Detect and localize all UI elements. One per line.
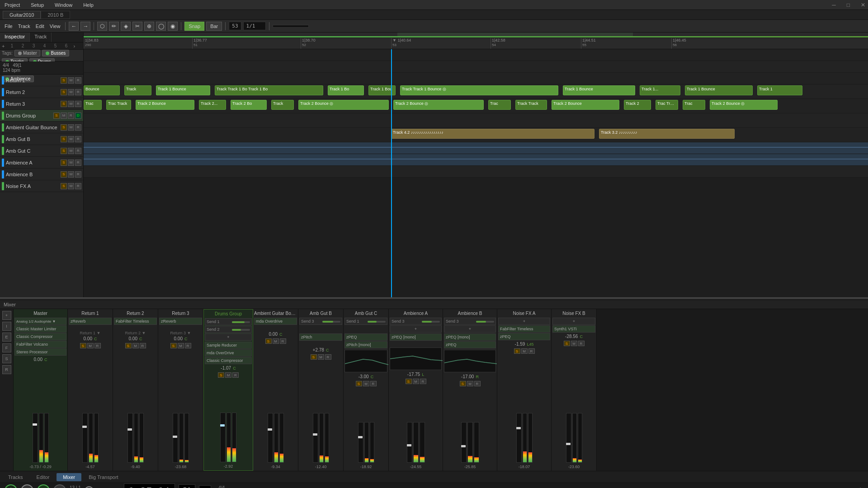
track-r-btn[interactable]: R — [68, 113, 74, 119]
lane-return3[interactable] — [84, 73, 868, 84]
track-d-btn[interactable]: D — [75, 113, 81, 119]
mute-btn[interactable]: M — [178, 343, 184, 348]
clip[interactable]: Track — [271, 100, 294, 110]
clip[interactable]: Trac — [488, 100, 511, 110]
mute-btn[interactable]: M — [273, 338, 279, 344]
track-r-btn[interactable]: R — [75, 171, 81, 178]
undo-button[interactable]: ← — [69, 22, 79, 31]
fader-track[interactable] — [313, 413, 318, 463]
mute-btn[interactable]: M — [318, 354, 324, 360]
track-s-btn[interactable]: S — [61, 160, 67, 166]
track-r-btn[interactable]: R — [75, 124, 81, 131]
toolbar-file[interactable]: File — [3, 23, 14, 30]
rec-btn[interactable]: R — [140, 343, 146, 348]
fader-track[interactable] — [127, 413, 133, 463]
clip[interactable]: Track 2 Bounce — [552, 100, 619, 110]
plugin-slot[interactable]: Stereo Processor — [14, 348, 66, 356]
lane-drums[interactable]: Bounce Track Track 1 Bounce Track Track … — [84, 84, 868, 99]
solo-btn[interactable]: S — [514, 348, 520, 354]
plugin-slot[interactable]: zPEQ [mono] — [444, 333, 496, 341]
plugin-slot[interactable]: FabFilter Timeless — [114, 318, 157, 325]
plugin-slot[interactable]: FabFilter Volcano — [14, 341, 66, 348]
track-m-btn[interactable]: M — [68, 183, 74, 189]
clip[interactable]: Track 1 Bou — [368, 85, 396, 95]
send-slot[interactable]: Send 3 — [299, 318, 342, 325]
mute-btn[interactable]: M — [413, 379, 419, 384]
solo-tool[interactable]: ◉ — [168, 22, 178, 31]
mixer-send-btn[interactable]: S — [2, 354, 11, 363]
plugin-slot[interactable]: zPitch — [299, 333, 342, 341]
track-s-btn[interactable]: S — [61, 101, 67, 107]
track-row-ambience-a[interactable]: Ambience A S M R — [0, 157, 83, 169]
window-minimize-icon[interactable]: ─ — [832, 2, 836, 8]
plugin-slot[interactable]: Analog 1/2 Audiophile ▼ — [14, 318, 66, 325]
clip[interactable]: Track 2 Bounce ◎ — [393, 100, 484, 110]
track-s-btn[interactable]: S — [61, 148, 67, 154]
rec-btn[interactable]: R — [528, 348, 535, 354]
clip[interactable]: Track 4.2 ♪♪♪♪♪♪♪♪♪♪♪♪♪♪♪♪ — [391, 129, 594, 139]
track-s-btn[interactable]: S — [53, 113, 60, 119]
track-m-btn[interactable]: M — [68, 124, 74, 131]
tab-2010b[interactable]: 2010 B — [41, 11, 70, 19]
plugin-slot[interactable]: zPEQ — [344, 333, 387, 341]
send-slot[interactable]: Send 3 — [444, 318, 496, 325]
rec-btn[interactable]: R — [232, 372, 239, 378]
mixer-eq-btn[interactable]: E — [2, 333, 11, 342]
pencil-tool[interactable]: ✏ — [109, 22, 119, 31]
solo-btn[interactable]: S — [406, 379, 412, 384]
track-row-amb-guitar[interactable]: Ambient Guitar Bounce S M R — [0, 122, 83, 133]
solo-btn[interactable]: S — [564, 341, 570, 346]
solo-btn[interactable]: S — [125, 343, 132, 348]
solo-btn[interactable]: S — [311, 354, 317, 360]
track-m-btn[interactable]: M — [61, 113, 67, 119]
tab-big-transport[interactable]: Big Transport — [82, 473, 124, 481]
clip[interactable]: Track — [124, 85, 151, 95]
menu-project[interactable]: Project — [3, 1, 22, 9]
eraser-tool[interactable]: ◈ — [121, 22, 131, 31]
lane-ambience-b[interactable] — [84, 154, 868, 166]
rec-btn[interactable]: R — [94, 343, 101, 348]
track-r-btn[interactable]: R — [75, 77, 81, 84]
toolbar-track[interactable]: Track — [16, 23, 32, 30]
clip[interactable]: Track 1 Bo — [328, 85, 364, 95]
track-s-btn[interactable]: S — [61, 89, 67, 95]
fader-track[interactable] — [220, 413, 226, 462]
lane-amb-gut-b[interactable] — [84, 113, 868, 128]
rec-btn[interactable]: R — [420, 379, 426, 384]
tab-tracks[interactable]: Tracks — [2, 473, 29, 481]
clip[interactable]: Track 2 Bounce — [136, 100, 194, 110]
filter-master[interactable]: Master — [14, 50, 41, 56]
mute-btn[interactable]: M — [467, 381, 473, 386]
mute-btn[interactable]: M — [225, 372, 231, 378]
mute-btn[interactable]: M — [521, 348, 528, 354]
plugin-slot[interactable]: Synth1 VSTi — [552, 325, 595, 333]
clip[interactable]: Trac — [683, 100, 705, 110]
plugin-slot[interactable]: zPitch [mono] — [344, 341, 387, 348]
solo-btn[interactable]: S — [265, 338, 272, 344]
mute-btn[interactable]: M — [571, 341, 577, 346]
rec-btn[interactable]: R — [280, 338, 286, 344]
add-send-btn[interactable]: + — [390, 325, 442, 333]
track-s-btn[interactable]: S — [61, 183, 67, 189]
fader-track[interactable] — [268, 413, 273, 463]
mixer-io-btn[interactable]: I — [2, 322, 11, 331]
clip[interactable]: Track 2 Bounce ◎ — [298, 100, 389, 110]
track-row-return2[interactable]: Return 2 S M R — [0, 86, 83, 98]
lane-return1[interactable] — [84, 49, 868, 61]
send-slot[interactable]: Send 1 — [344, 318, 387, 325]
solo-btn[interactable]: S — [356, 381, 362, 386]
track-m-btn[interactable]: M — [68, 77, 74, 84]
solo-btn[interactable]: S — [460, 381, 466, 386]
clip[interactable]: Trac Track — [656, 100, 678, 110]
menu-window[interactable]: Window — [53, 1, 74, 9]
rec-btn[interactable]: R — [370, 381, 377, 386]
clip[interactable]: Track 2... — [199, 100, 226, 110]
tab-editor[interactable]: Editor — [30, 473, 56, 481]
mute-tool[interactable]: ◯ — [156, 22, 166, 31]
clip[interactable]: Track Track 1 Bounce ◎ — [400, 85, 558, 95]
track-s-btn[interactable]: S — [61, 124, 67, 131]
fader-track[interactable] — [516, 413, 522, 463]
plugin-slot[interactable]: mda OverDrive — [205, 349, 252, 357]
plugin-slot[interactable]: zReverb — [69, 318, 112, 325]
solo-btn[interactable]: S — [218, 372, 224, 378]
